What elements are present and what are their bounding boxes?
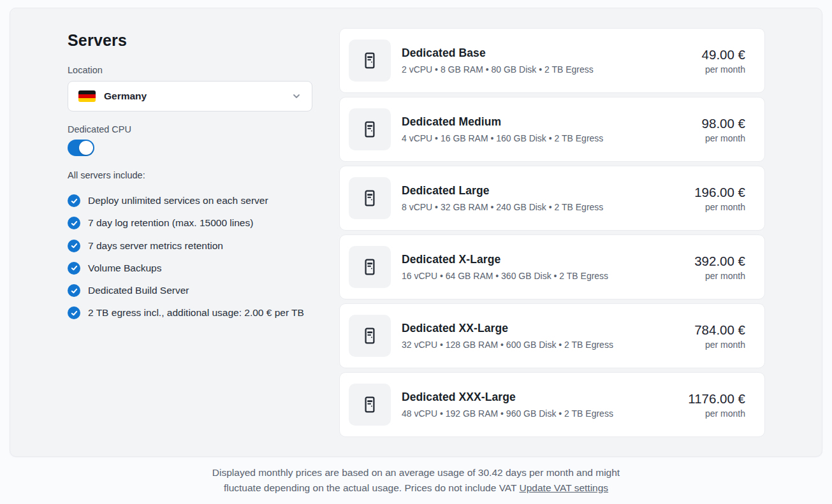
price-period: per month [688,408,745,419]
price-period: per month [702,64,745,75]
page-title: Servers [68,31,312,50]
include-item-label: Deploy unlimited services on each server [88,193,268,208]
servers-panel: Servers Location Germany Dedicated CPU A… [10,8,822,457]
include-list-item: Deploy unlimited services on each server [68,193,312,208]
dedicated-cpu-toggle[interactable] [68,140,94,156]
price-amount: 196.00 € [694,185,745,200]
server-price: 392.00 € per month [694,254,745,281]
chevron-down-icon [291,91,302,101]
include-list-item: Volume Backups [68,261,312,275]
check-icon [68,284,80,297]
server-card[interactable]: Dedicated Base 2 vCPU • 8 GB RAM • 80 GB… [339,28,765,93]
price-amount: 392.00 € [694,254,745,269]
server-specs: 48 vCPU • 192 GB RAM • 960 GB Disk • 2 T… [402,408,688,419]
server-price: 784.00 € per month [694,322,745,350]
price-amount: 49.00 € [702,47,745,62]
toggle-knob [79,141,93,155]
includes-list: Deploy unlimited services on each server… [68,193,312,320]
server-card-info: Dedicated Base 2 vCPU • 8 GB RAM • 80 GB… [402,47,702,75]
check-icon [68,240,80,252]
price-period: per month [694,202,745,212]
location-label: Location [68,65,312,75]
server-tower-icon [349,40,391,82]
pricing-page: Servers Location Germany Dedicated CPU A… [0,0,832,504]
include-item-label: 2 TB egress incl., additional usage: 2.0… [88,305,304,320]
price-amount: 784.00 € [694,322,745,338]
germany-flag-icon [78,90,96,102]
server-specs: 2 vCPU • 8 GB RAM • 80 GB Disk • 2 TB Eg… [402,64,702,75]
pricing-footnote: Displayed monthly prices are based on an… [193,465,639,496]
check-icon [68,306,80,319]
dedicated-cpu-label: Dedicated CPU [68,124,312,134]
include-list-item: 2 TB egress incl., additional usage: 2.0… [68,305,312,320]
server-name: Dedicated Base [402,47,702,60]
server-price: 1176.00 € per month [688,391,745,419]
server-specs: 32 vCPU • 128 GB RAM • 600 GB Disk • 2 T… [402,340,694,350]
server-card-list: Dedicated Base 2 vCPU • 8 GB RAM • 80 GB… [339,28,765,441]
server-card-info: Dedicated XXX-Large 48 vCPU • 192 GB RAM… [402,391,688,419]
check-icon [68,217,80,229]
server-price: 196.00 € per month [694,185,745,212]
server-tower-icon [349,246,391,288]
server-card[interactable]: Dedicated Medium 4 vCPU • 16 GB RAM • 16… [339,97,765,162]
update-vat-settings-link[interactable]: Update VAT settings [520,482,609,493]
include-item-label: Dedicated Build Server [88,283,189,298]
price-amount: 98.00 € [702,116,745,131]
price-amount: 1176.00 € [688,391,745,407]
server-name: Dedicated Large [402,184,694,198]
price-period: per month [702,133,745,143]
include-list-item: Dedicated Build Server [68,283,312,298]
server-price: 98.00 € per month [702,116,745,143]
server-tower-icon [349,108,391,150]
check-icon [68,262,80,275]
server-card[interactable]: Dedicated Large 8 vCPU • 32 GB RAM • 240… [339,166,765,231]
server-card-info: Dedicated Medium 4 vCPU • 16 GB RAM • 16… [402,115,702,143]
server-name: Dedicated Medium [402,115,702,129]
server-name: Dedicated X-Large [402,253,694,266]
price-period: per month [694,271,745,281]
location-select[interactable]: Germany [68,81,312,112]
server-name: Dedicated XXX-Large [402,391,688,404]
include-item-label: Volume Backups [88,261,161,275]
include-list-item: 7 days server metrics retention [68,238,312,253]
server-card[interactable]: Dedicated XXX-Large 48 vCPU • 192 GB RAM… [339,372,765,437]
server-tower-icon [349,177,391,219]
server-card[interactable]: Dedicated X-Large 16 vCPU • 64 GB RAM • … [339,234,765,299]
price-period: per month [694,340,745,350]
include-item-label: 7 day log retention (max. 15000 lines) [88,215,253,230]
server-specs: 4 vCPU • 16 GB RAM • 160 GB Disk • 2 TB … [402,133,702,143]
server-tower-icon [349,384,391,426]
filters-sidebar: Servers Location Germany Dedicated CPU A… [68,28,312,328]
server-tower-icon [349,315,391,357]
server-card-info: Dedicated Large 8 vCPU • 32 GB RAM • 240… [402,184,694,212]
server-specs: 8 vCPU • 32 GB RAM • 240 GB Disk • 2 TB … [402,202,694,212]
server-name: Dedicated XX-Large [402,322,694,335]
check-icon [68,194,80,207]
server-price: 49.00 € per month [702,47,745,75]
server-card[interactable]: Dedicated XX-Large 32 vCPU • 128 GB RAM … [339,303,765,368]
include-item-label: 7 days server metrics retention [88,238,223,253]
server-card-info: Dedicated X-Large 16 vCPU • 64 GB RAM • … [402,253,694,281]
server-specs: 16 vCPU • 64 GB RAM • 360 GB Disk • 2 TB… [402,271,694,281]
location-selected-value: Germany [104,90,291,102]
include-list-item: 7 day log retention (max. 15000 lines) [68,215,312,230]
includes-heading: All servers include: [68,170,312,180]
server-card-info: Dedicated XX-Large 32 vCPU • 128 GB RAM … [402,322,694,350]
